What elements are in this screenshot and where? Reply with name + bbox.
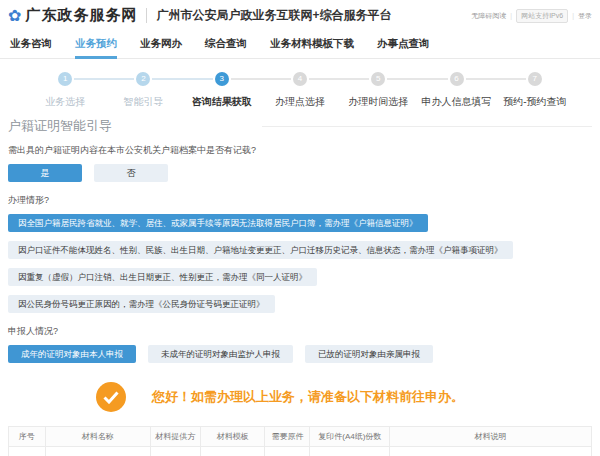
situation-option-button[interactable]: 因重复（虚假）户口注销、出生日期更正、性别更正，需办理《同一人证明》 bbox=[8, 268, 317, 286]
result-banner: 您好！如需办理以上业务，请准备以下材料前往申办。 bbox=[0, 368, 600, 420]
table-cell: 申办报告（陈述事由） bbox=[45, 447, 150, 456]
header-links: 无障碍阅读 网站支持IPv6 登录 bbox=[471, 9, 592, 23]
step-label: 业务选择 bbox=[26, 95, 104, 109]
step-label: 预约-预约查询 bbox=[496, 95, 574, 109]
situation-option-button[interactable]: 因户口证件不能体现姓名、性别、民族、出生日期、户籍地址变更更正、户口迁移历史记录… bbox=[8, 241, 513, 259]
step-number-badge: 1 bbox=[58, 72, 72, 86]
nav-tab[interactable]: 办事点查询 bbox=[377, 29, 430, 58]
accessibility-link[interactable]: 无障碍阅读 bbox=[471, 11, 516, 21]
record-option-button[interactable]: 否 bbox=[94, 164, 168, 182]
table-header-cell: 材料提供方 bbox=[150, 427, 200, 447]
table-cell: 0 bbox=[310, 447, 390, 456]
platform-title: 广州市公安局户政业务互联网+综合服务平台 bbox=[156, 7, 391, 24]
site-name: 广东政务服务网 bbox=[25, 6, 137, 25]
nav-tab[interactable]: 业务咨询 bbox=[10, 29, 52, 58]
step-label: 办理时间选择 bbox=[339, 95, 417, 109]
view-template-link[interactable]: 查看模板(1) bbox=[200, 447, 265, 456]
situation-options: 因全国户籍居民跨省就业、就学、居住、或家属手续等原因无法取得居民户口簿，需办理《… bbox=[0, 212, 600, 318]
materials-table-wrap: 序号材料名称材料提供方材料模板需要原件复印件(A4纸)份数材料说明 1申办报告（… bbox=[0, 420, 600, 456]
table-cell: 需要 bbox=[265, 447, 310, 456]
step-label: 咨询结果获取 bbox=[183, 95, 261, 109]
step-label: 智能引导 bbox=[104, 95, 182, 109]
applicant-options: 成年的证明对象由本人申报未成年的证明对象由监护人申报已故的证明对象由亲属申报 bbox=[0, 343, 600, 368]
nav-tabs: 业务咨询业务预约业务网办综合查询业务材料模板下载办事点查询 bbox=[0, 29, 600, 59]
table-cell: - bbox=[390, 447, 592, 456]
table-header-cell: 材料名称 bbox=[45, 427, 150, 447]
table-header-cell: 需要原件 bbox=[265, 427, 310, 447]
table-cell: 申请人 bbox=[150, 447, 200, 456]
question-situation: 办理情形? bbox=[0, 187, 600, 212]
step-number-badge: 6 bbox=[450, 72, 464, 86]
question-record: 需出具的户籍证明内容在本市公安机关户籍档案中是否有记载? bbox=[0, 137, 600, 162]
table-row: 1申办报告（陈述事由）申请人查看模板(1)需要0- bbox=[9, 447, 592, 456]
table-header-cell: 复印件(A4纸)份数 bbox=[310, 427, 390, 447]
table-body: 1申办报告（陈述事由）申请人查看模板(1)需要0-2居民身份证申请人查看模板(1… bbox=[9, 447, 592, 456]
badge-login-divider bbox=[568, 12, 578, 19]
nav-tab[interactable]: 业务材料模板下载 bbox=[270, 29, 354, 58]
progress-step: 7预约-预约查询 bbox=[496, 72, 574, 109]
check-circle-icon bbox=[96, 382, 126, 412]
record-option-button[interactable]: 是 bbox=[8, 164, 82, 182]
applicant-option-button[interactable]: 已故的证明对象由亲属申报 bbox=[305, 345, 433, 363]
checkmark-icon bbox=[103, 391, 119, 404]
nav-tab[interactable]: 业务网办 bbox=[140, 29, 182, 58]
gdzw-flower-logo-icon: ✿ bbox=[8, 8, 21, 24]
table-header-row: 序号材料名称材料提供方材料模板需要原件复印件(A4纸)份数材料说明 bbox=[9, 427, 592, 447]
login-link[interactable]: 登录 bbox=[578, 11, 592, 21]
step-number-badge: 2 bbox=[136, 72, 150, 86]
table-cell: 1 bbox=[9, 447, 46, 456]
situation-option-button[interactable]: 因公民身份号码更正原因的，需办理《公民身份证号码更正证明》 bbox=[8, 295, 275, 313]
table-header-cell: 材料说明 bbox=[390, 427, 592, 447]
step-label: 办理点选择 bbox=[261, 95, 339, 109]
result-message: 您好！如需办理以上业务，请准备以下材料前往申办。 bbox=[152, 388, 464, 406]
title-rule bbox=[262, 126, 592, 127]
top-header: ✿ 广东政务服务网 广州市公安局户政业务互联网+综合服务平台 无障碍阅读 网站支… bbox=[0, 0, 600, 29]
step-number-badge: 3 bbox=[215, 72, 229, 86]
section-title-row: 户籍证明智能引导 bbox=[0, 109, 600, 137]
step-label: 申办人信息填写 bbox=[417, 95, 495, 109]
step-number-badge: 7 bbox=[528, 72, 542, 86]
ipv6-badge: 网站支持IPv6 bbox=[516, 9, 568, 23]
header-divider bbox=[146, 8, 147, 23]
step-number-badge: 5 bbox=[371, 72, 385, 86]
step-number-badge: 4 bbox=[293, 72, 307, 86]
question-applicant: 申报人情况? bbox=[0, 318, 600, 343]
table-header-cell: 序号 bbox=[9, 427, 46, 447]
table-header-cell: 材料模板 bbox=[200, 427, 265, 447]
applicant-option-button[interactable]: 未成年的证明对象由监护人申报 bbox=[148, 345, 293, 363]
progress-steps: 1业务选择2智能引导3咨询结果获取4办理点选择5办理时间选择6申办人信息填写7预… bbox=[0, 59, 600, 109]
nav-tab[interactable]: 综合查询 bbox=[205, 29, 247, 58]
situation-option-button[interactable]: 因全国户籍居民跨省就业、就学、居住、或家属手续等原因无法取得居民户口簿，需办理《… bbox=[8, 214, 428, 232]
applicant-option-button[interactable]: 成年的证明对象由本人申报 bbox=[8, 345, 136, 363]
materials-table: 序号材料名称材料提供方材料模板需要原件复印件(A4纸)份数材料说明 1申办报告（… bbox=[8, 426, 592, 456]
nav-tab[interactable]: 业务预约 bbox=[75, 29, 117, 58]
record-options: 是否 bbox=[0, 162, 600, 187]
page-title: 户籍证明智能引导 bbox=[8, 117, 112, 135]
